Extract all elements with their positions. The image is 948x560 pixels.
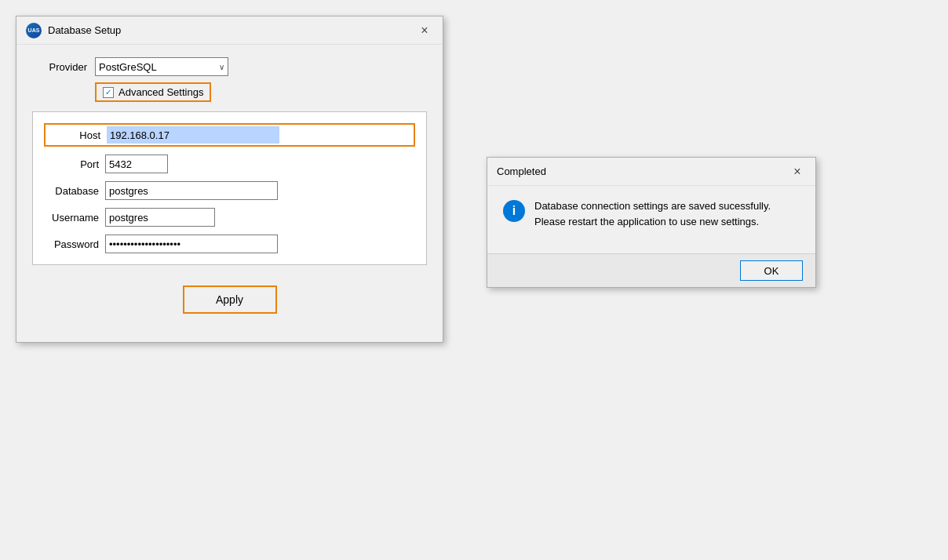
completed-titlebar: Completed × [487, 158, 815, 186]
db-dialog-titlebar: UAS Database Setup × [16, 16, 443, 45]
provider-label: Provider [32, 61, 87, 73]
page-container: UAS Database Setup × Provider PostGreSQL… [0, 0, 948, 560]
database-setup-dialog: UAS Database Setup × Provider PostGreSQL… [16, 16, 443, 343]
app-icon: UAS [26, 23, 42, 38]
db-dialog-title-left: UAS Database Setup [26, 23, 121, 38]
info-icon: i [503, 200, 525, 222]
fields-container: Host Port Database Username [32, 111, 427, 265]
port-input[interactable] [105, 155, 168, 173]
advanced-settings-checkbox[interactable]: ✓ [103, 87, 114, 98]
advanced-settings-row: ✓ Advanced Settings [95, 82, 427, 102]
database-input[interactable] [105, 181, 278, 200]
info-icon-text: i [512, 204, 516, 218]
provider-select-value: PostGreSQL [99, 61, 219, 73]
completed-message: Database connection settings are saved s… [534, 198, 800, 229]
username-input[interactable] [105, 208, 215, 227]
completed-title: Completed [497, 165, 546, 177]
port-label: Port [44, 158, 99, 170]
password-label: Password [44, 238, 99, 250]
provider-select[interactable]: PostGreSQL ∨ [95, 57, 228, 76]
db-dialog-close-button[interactable]: × [416, 22, 433, 39]
password-row: Password [44, 235, 415, 253]
completed-body: i Database connection settings are saved… [487, 186, 815, 241]
ok-button[interactable]: OK [740, 260, 803, 281]
host-input[interactable] [107, 126, 279, 144]
provider-row: Provider PostGreSQL ∨ [32, 57, 427, 76]
password-input[interactable] [105, 235, 278, 253]
database-label: Database [44, 185, 99, 197]
completed-footer: OK [487, 253, 815, 287]
dialog-footer: Apply [32, 278, 427, 326]
username-label: Username [44, 212, 99, 224]
apply-button[interactable]: Apply [183, 285, 277, 314]
chevron-down-icon: ∨ [219, 63, 224, 71]
username-row: Username [44, 208, 415, 227]
host-label: Host [46, 129, 100, 141]
advanced-settings-label: Advanced Settings [118, 86, 203, 98]
advanced-settings-checkbox-container[interactable]: ✓ Advanced Settings [95, 82, 211, 102]
db-dialog-body: Provider PostGreSQL ∨ ✓ Advanced Setting… [16, 45, 443, 342]
host-row: Host [44, 123, 415, 147]
db-dialog-title: Database Setup [48, 24, 121, 36]
app-icon-text: UAS [28, 27, 40, 33]
completed-dialog: Completed × i Database connection settin… [487, 157, 816, 288]
port-row: Port [44, 155, 415, 173]
database-row: Database [44, 181, 415, 200]
completed-close-button[interactable]: × [789, 163, 806, 180]
